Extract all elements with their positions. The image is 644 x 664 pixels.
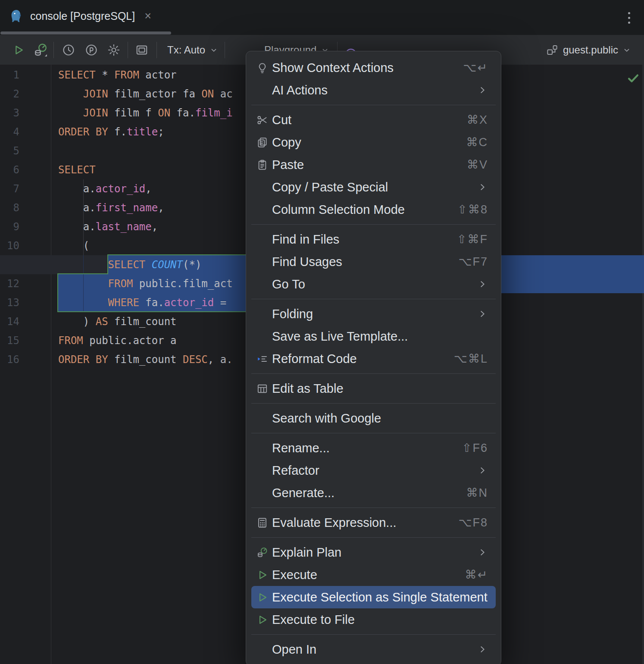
menu-item-search-with-google[interactable]: Search with Google — [251, 407, 496, 429]
schema-switcher[interactable]: guest.public — [546, 35, 631, 65]
code-line: FROM public.film_act — [58, 274, 233, 293]
tx-mode-label: Tx: Auto — [167, 44, 205, 56]
tab-close-icon[interactable]: × — [144, 9, 151, 23]
submenu-arrow-icon — [478, 309, 487, 319]
menu-item-shortcut: ⌘↵ — [465, 568, 488, 582]
line-number: 6 — [0, 160, 19, 179]
menu-item-copy-paste-special[interactable]: Copy / Paste Special — [251, 176, 496, 198]
play-icon — [256, 614, 269, 626]
menu-item-label: Save as Live Template... — [272, 329, 408, 344]
line-number: 10 — [0, 236, 19, 255]
menu-item-shortcut: ⌥⌘L — [454, 352, 488, 366]
kebab-menu-icon[interactable] — [626, 10, 632, 25]
submenu-arrow-icon — [478, 85, 487, 95]
menu-separator — [251, 634, 496, 635]
menu-item-execute-to-file[interactable]: Execute to File — [251, 608, 496, 631]
menu-item-label: Paste — [272, 158, 304, 172]
menu-item-save-as-live-template[interactable]: Save as Live Template... — [251, 325, 496, 348]
menu-item-column-selection-mode[interactable]: Column Selection Mode⇧⌘8 — [251, 198, 496, 221]
menu-item-shortcut: ⌘V — [467, 158, 488, 172]
menu-item-shortcut: ⇧F6 — [462, 441, 488, 455]
menu-item-ai-actions[interactable]: AI Actions — [251, 79, 496, 101]
tx-mode-dropdown[interactable]: Tx: Auto — [167, 35, 218, 65]
datagrip-console-window: console [PostgreSQL] × — [0, 0, 644, 664]
menu-item-find-in-files[interactable]: Find in Files⇧⌘F — [251, 228, 496, 251]
in-editor-results-button[interactable] — [135, 35, 149, 65]
tab-console-postgresql[interactable]: console [PostgreSQL] × — [9, 4, 151, 28]
table-icon — [256, 382, 269, 395]
line-number: 8 — [0, 198, 19, 217]
menu-item-shortcut: ⌥F7 — [458, 255, 488, 269]
editor-right-edge — [642, 65, 644, 664]
menu-item-label: Reformat Code — [272, 352, 357, 366]
gutter-separator — [51, 65, 51, 664]
menu-item-show-context-actions[interactable]: Show Context Actions⌥↵ — [251, 56, 496, 79]
menu-item-evaluate-expression[interactable]: Evaluate Expression...⌥F8 — [251, 511, 496, 534]
menu-item-cut[interactable]: Cut⌘X — [251, 109, 496, 131]
code-line: ) AS film_count — [58, 312, 177, 331]
line-number: 13 — [0, 293, 19, 312]
menu-item-label: Column Selection Mode — [272, 203, 405, 217]
line-number: 12 — [0, 274, 19, 293]
menu-item-label: Generate... — [272, 486, 335, 500]
line-number: 14 — [0, 312, 19, 331]
menu-item-edit-as-table[interactable]: Edit as Table — [251, 377, 496, 400]
menu-item-label: Find in Files — [272, 232, 339, 247]
menu-item-execute[interactable]: Execute⌘↵ — [251, 564, 496, 586]
menu-separator — [251, 299, 496, 299]
explain-plan-toolbar-button[interactable] — [33, 35, 48, 65]
calculator-icon — [256, 517, 269, 529]
menu-item-find-usages[interactable]: Find Usages⌥F7 — [251, 251, 496, 273]
menu-item-go-to[interactable]: Go To — [251, 273, 496, 295]
menu-item-label: Execute to File — [272, 613, 355, 627]
run-button[interactable] — [12, 35, 25, 65]
menu-separator — [251, 403, 496, 404]
menu-item-generate[interactable]: Generate...⌘N — [251, 482, 496, 504]
code-line: JOIN film f ON fa.film_i — [58, 103, 233, 122]
menu-item-label: Open In — [272, 642, 316, 657]
submenu-arrow-icon — [478, 182, 487, 192]
menu-item-copy[interactable]: Copy⌘C — [251, 131, 496, 153]
menu-item-label: Copy / Paste Special — [272, 180, 388, 194]
line-number: 15 — [0, 331, 19, 350]
menu-item-label: Refactor — [272, 464, 319, 478]
menu-separator — [251, 224, 496, 225]
submenu-arrow-icon — [478, 466, 487, 475]
code-line: a.first_name, — [58, 198, 164, 217]
query-history-button[interactable] — [62, 35, 75, 65]
menu-item-open-in[interactable]: Open In — [251, 638, 496, 661]
editor-tab-bar: console [PostgreSQL] × — [0, 0, 644, 35]
menu-item-label: Show Context Actions — [272, 61, 394, 75]
menu-item-reformat-code[interactable]: Reformat Code⌥⌘L — [251, 348, 496, 370]
menu-item-rename[interactable]: Rename...⇧F6 — [251, 437, 496, 459]
menu-item-label: Copy — [272, 135, 301, 150]
menu-item-shortcut: ⌘X — [467, 113, 488, 127]
line-number: 9 — [0, 217, 19, 236]
inspections-ok-check-icon[interactable] — [626, 71, 641, 85]
toolbar-separator — [53, 42, 54, 58]
chevron-down-icon — [209, 46, 218, 54]
schema-icon — [546, 44, 559, 56]
menu-item-refactor[interactable]: Refactor — [251, 459, 496, 482]
menu-item-shortcut: ⌘C — [466, 135, 488, 149]
menu-separator — [251, 105, 496, 105]
lightbulb-icon — [256, 62, 269, 74]
code-line: FROM public.actor a — [58, 331, 177, 350]
code-line: ORDER BY film_count DESC, a. — [58, 350, 233, 369]
menu-item-execute-selection-as-single-statement[interactable]: Execute Selection as Single Statement — [251, 586, 496, 608]
menu-item-paste[interactable]: Paste⌘V — [251, 153, 496, 176]
toolbar-separator — [225, 42, 225, 58]
parameters-button[interactable] — [84, 35, 98, 65]
line-number: 7 — [0, 179, 19, 198]
menu-separator — [251, 433, 496, 433]
menu-item-explain-plan[interactable]: Explain Plan — [251, 541, 496, 564]
menu-separator — [251, 373, 496, 374]
play-icon — [256, 569, 269, 581]
line-number: 16 — [0, 350, 19, 369]
menu-item-label: Go To — [272, 277, 305, 291]
settings-gear-icon[interactable] — [107, 35, 121, 65]
paste-icon — [256, 159, 269, 171]
toolbar-separator — [156, 42, 157, 58]
menu-item-folding[interactable]: Folding — [251, 303, 496, 325]
menu-separator — [251, 507, 496, 508]
